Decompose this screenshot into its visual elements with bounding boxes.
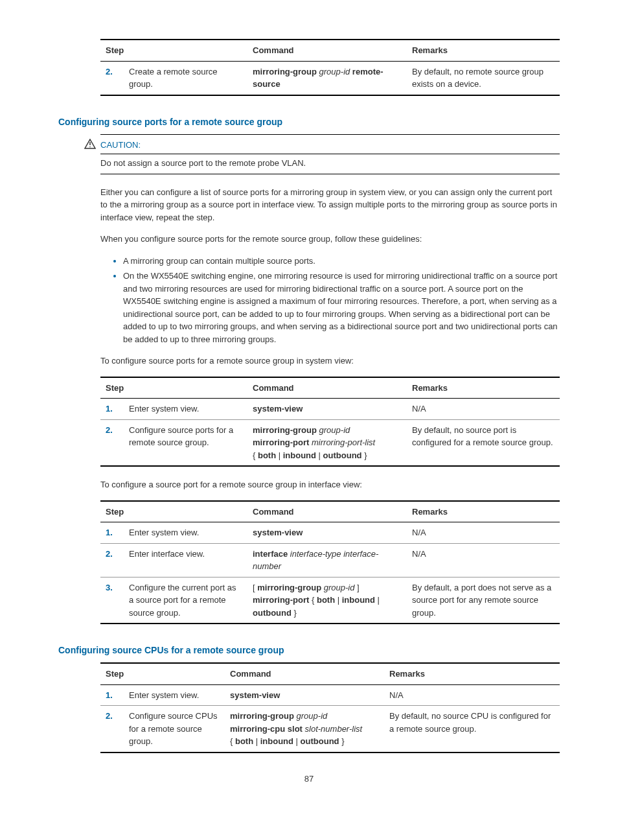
th-command: Command <box>247 377 407 399</box>
table-row: 2. Enter interface view. interface inter… <box>100 543 560 577</box>
svg-point-1 <box>89 146 91 147</box>
table-interface-view-source-port: Step Command Remarks 1. Enter system vie… <box>100 500 560 625</box>
th-step: Step <box>100 377 247 399</box>
th-command: Command <box>247 501 407 522</box>
table-source-cpus: Step Command Remarks 1. Enter system vie… <box>100 662 560 753</box>
page-number: 87 <box>58 773 560 786</box>
caution-text: Do not assign a source port to the remot… <box>100 154 560 170</box>
heading-config-source-cpus: Configuring source CPUs for a remote sou… <box>58 644 560 657</box>
table-row: 1. Enter system view. system-view N/A <box>100 399 560 420</box>
paragraph: To configure a source port for a remote … <box>100 478 560 491</box>
bullet-list: A mirroring group can contain multiple s… <box>58 255 560 346</box>
th-step: Step <box>100 40 247 61</box>
table-row: 1. Enter system view. system-view N/A <box>100 522 560 544</box>
th-step: Step <box>100 501 247 522</box>
caution-label: CAUTION: <box>100 139 560 152</box>
th-remarks: Remarks <box>407 40 560 61</box>
paragraph: Either you can configure a list of sourc… <box>100 186 560 224</box>
th-command: Command <box>225 663 384 684</box>
table-row: 1. Enter system view. system-view N/A <box>100 684 560 706</box>
heading-config-source-ports: Configuring source ports for a remote so… <box>58 115 560 129</box>
th-remarks: Remarks <box>384 663 560 684</box>
table-row: 2. Configure source CPUs for a remote so… <box>100 706 560 752</box>
th-remarks: Remarks <box>407 377 560 399</box>
table-row: 2. Create a remote source group. mirrori… <box>100 61 560 95</box>
list-item: On the WX5540E switching engine, one mir… <box>123 270 560 345</box>
paragraph: When you configure source ports for the … <box>100 233 560 246</box>
th-remarks: Remarks <box>407 501 560 522</box>
caution-icon <box>84 139 96 153</box>
th-step: Step <box>100 663 225 684</box>
th-command: Command <box>247 40 407 61</box>
list-item: A mirroring group can contain multiple s… <box>123 255 560 268</box>
caution-block: CAUTION: Do not assign a source port to … <box>100 134 560 174</box>
table-row: 3. Configure the current port as a sourc… <box>100 577 560 624</box>
table-remote-source-group: Step Command Remarks 2. Create a remote … <box>100 39 560 96</box>
paragraph: To configure source ports for a remote s… <box>100 355 560 368</box>
table-system-view-source-ports: Step Command Remarks 1. Enter system vie… <box>100 377 560 467</box>
table-row: 2. Configure source ports for a remote s… <box>100 419 560 466</box>
